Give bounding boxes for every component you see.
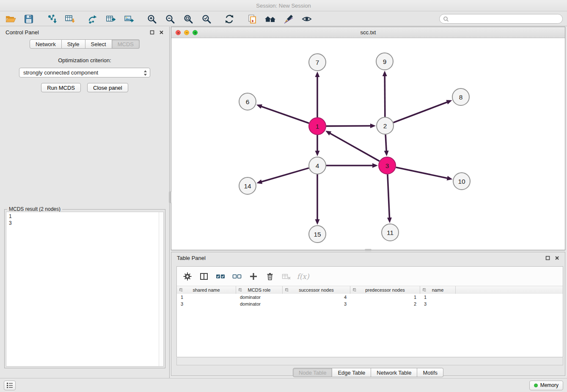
graph-node-3[interactable]: 3 bbox=[379, 157, 396, 174]
graph-edge-2-9[interactable] bbox=[385, 75, 385, 117]
close-window-icon[interactable] bbox=[176, 30, 181, 35]
graph-node-15[interactable]: 15 bbox=[309, 226, 326, 243]
graph-node-9[interactable]: 9 bbox=[376, 53, 393, 70]
import-network-icon bbox=[46, 14, 57, 25]
delete-column-button[interactable] bbox=[264, 271, 275, 282]
column-options-icon[interactable] bbox=[238, 287, 243, 292]
graph-node-11[interactable]: 11 bbox=[382, 224, 399, 241]
zoom-out-button[interactable] bbox=[164, 13, 176, 25]
close-panel-icon[interactable] bbox=[159, 30, 164, 35]
table-cell[interactable]: 1 bbox=[420, 295, 456, 300]
table-tab-network-table[interactable]: Network Table bbox=[371, 368, 417, 377]
deselect-all-rows-button[interactable] bbox=[231, 271, 242, 282]
table-horizontal-scrollbar[interactable] bbox=[176, 358, 563, 365]
graph-node-10[interactable]: 10 bbox=[453, 173, 470, 190]
home-button[interactable] bbox=[264, 13, 277, 25]
edge-arrowhead-icon bbox=[256, 104, 262, 108]
graph-edge-1-2[interactable] bbox=[326, 126, 371, 126]
column-options-icon[interactable] bbox=[179, 287, 184, 292]
zoom-in-button[interactable] bbox=[146, 13, 158, 25]
network-window-titlebar[interactable]: scc.txt bbox=[171, 27, 565, 38]
graph-node-8[interactable]: 8 bbox=[452, 88, 469, 105]
table-row[interactable]: 1dominator411 bbox=[177, 294, 563, 301]
table-row[interactable]: 3dominator323 bbox=[177, 301, 563, 307]
control-tab-network[interactable]: Network bbox=[30, 39, 62, 49]
new-network-button[interactable] bbox=[86, 13, 99, 25]
graph-edge-2-3[interactable] bbox=[385, 135, 386, 152]
table-cell[interactable]: 1 bbox=[350, 295, 420, 300]
clone-network-button[interactable] bbox=[246, 13, 259, 25]
table-cell[interactable]: 3 bbox=[177, 301, 236, 306]
graph-node-2[interactable]: 2 bbox=[377, 117, 394, 134]
zoom-window-icon[interactable] bbox=[193, 30, 198, 35]
select-all-rows-button[interactable] bbox=[215, 271, 226, 282]
function-builder-button-disabled: f(x) bbox=[297, 271, 308, 282]
table-tab-edge-table[interactable]: Edge Table bbox=[332, 368, 371, 377]
graph-node-4[interactable]: 4 bbox=[309, 157, 326, 174]
memory-button[interactable]: Memory bbox=[529, 381, 563, 390]
result-scrollbar[interactable] bbox=[159, 212, 163, 366]
table-cell[interactable]: 3 bbox=[283, 301, 350, 306]
import-table-button[interactable] bbox=[63, 13, 76, 25]
table-cell[interactable]: 2 bbox=[350, 301, 420, 306]
graph-edge-4-14[interactable] bbox=[261, 168, 309, 182]
column-header-MCDS-role[interactable]: MCDS role bbox=[236, 286, 283, 294]
graph-edge-3-10[interactable] bbox=[396, 167, 448, 178]
column-options-icon[interactable] bbox=[352, 287, 357, 292]
svg-text:3: 3 bbox=[385, 162, 389, 169]
search-input[interactable] bbox=[451, 16, 559, 22]
table-splitter-handle[interactable] bbox=[365, 249, 372, 251]
apply-style-button[interactable] bbox=[282, 13, 295, 25]
graph-node-7[interactable]: 7 bbox=[309, 54, 326, 71]
network-graph[interactable]: 7968124314101511 bbox=[171, 39, 565, 251]
column-header-successor-nodes[interactable]: successor nodes bbox=[283, 286, 350, 294]
save-session-button[interactable] bbox=[22, 13, 35, 25]
control-tab-select[interactable]: Select bbox=[85, 39, 112, 49]
table-settings-button[interactable] bbox=[182, 271, 193, 282]
close-table-panel-icon[interactable] bbox=[555, 256, 559, 260]
minimize-window-icon[interactable] bbox=[184, 30, 189, 35]
show-graphics-details-button[interactable] bbox=[300, 13, 313, 25]
zoom-selected-button[interactable] bbox=[200, 13, 213, 25]
graph-edge-1-6[interactable] bbox=[261, 106, 309, 123]
network-graph-canvas[interactable]: 7968124314101511 bbox=[171, 39, 565, 250]
control-tab-style[interactable]: Style bbox=[62, 39, 85, 49]
graph-edge-3-1[interactable] bbox=[330, 133, 380, 161]
float-panel-icon[interactable] bbox=[150, 30, 154, 35]
add-column-button[interactable] bbox=[248, 271, 259, 282]
criterion-dropdown[interactable]: strongly connected component bbox=[19, 68, 150, 77]
home-icon bbox=[264, 14, 276, 25]
mcds-result-area[interactable]: 13 bbox=[6, 212, 164, 367]
refresh-layout-button[interactable] bbox=[223, 13, 236, 25]
column-header-shared-name[interactable]: shared name bbox=[177, 286, 236, 294]
export-image-button[interactable] bbox=[123, 13, 135, 25]
column-options-icon[interactable] bbox=[285, 287, 289, 292]
table-cell[interactable]: 4 bbox=[283, 295, 350, 300]
graph-node-1[interactable]: 1 bbox=[309, 118, 326, 135]
table-cell[interactable]: dominator bbox=[236, 301, 283, 306]
column-header-predecessor-nodes[interactable]: predecessor nodes bbox=[350, 286, 420, 294]
task-history-button[interactable] bbox=[4, 381, 16, 390]
split-table-button[interactable] bbox=[198, 271, 209, 282]
toolbar-search-box[interactable] bbox=[439, 14, 563, 24]
close-panel-button[interactable]: Close panel bbox=[87, 83, 128, 92]
column-header-name[interactable]: name bbox=[420, 286, 456, 294]
control-tab-mcds[interactable]: MCDS bbox=[112, 39, 140, 49]
panel-splitter-handle[interactable] bbox=[169, 191, 171, 203]
float-table-panel-icon[interactable] bbox=[545, 256, 550, 260]
graph-node-14[interactable]: 14 bbox=[239, 177, 256, 194]
graph-node-6[interactable]: 6 bbox=[239, 93, 256, 110]
table-cell[interactable]: dominator bbox=[236, 295, 283, 300]
table-tab-motifs[interactable]: Motifs bbox=[417, 368, 443, 377]
export-table-button[interactable] bbox=[105, 13, 117, 25]
run-mcds-button[interactable]: Run MCDS bbox=[41, 83, 81, 92]
open-session-button[interactable] bbox=[4, 13, 17, 25]
graph-edge-3-11[interactable] bbox=[388, 174, 390, 218]
table-cell[interactable]: 1 bbox=[177, 295, 236, 300]
table-cell[interactable]: 3 bbox=[420, 301, 456, 306]
graph-edge-2-8[interactable] bbox=[394, 102, 448, 123]
zoom-fit-button[interactable] bbox=[182, 13, 195, 25]
import-network-button[interactable] bbox=[45, 13, 58, 25]
column-options-icon[interactable] bbox=[422, 287, 427, 292]
table-tab-node-table[interactable]: Node Table bbox=[293, 368, 333, 377]
